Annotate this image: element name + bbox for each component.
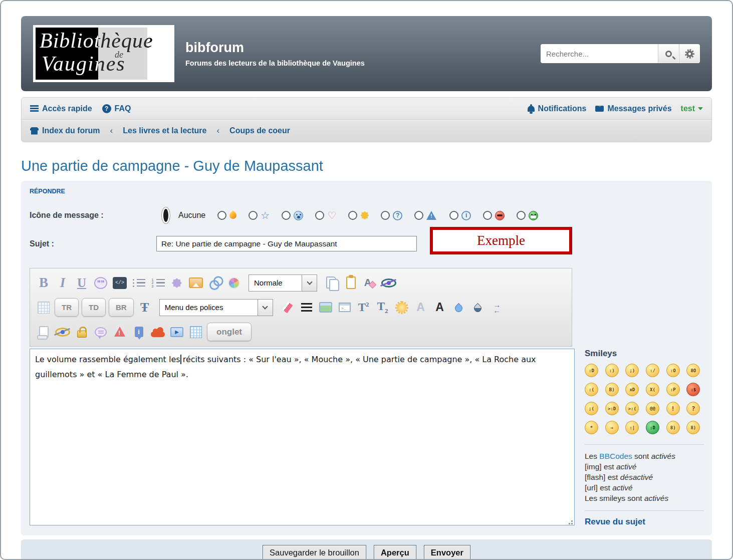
smiley-twisted-evil[interactable]: >:D <box>605 402 619 415</box>
smiley-embarrassed[interactable]: :$ <box>686 383 700 396</box>
faq-link[interactable]: ? FAQ <box>102 104 131 113</box>
br-button[interactable]: BR <box>109 298 134 317</box>
message-icon-option-none[interactable]: Aucune <box>156 207 205 224</box>
font-larger-button[interactable]: A <box>430 298 449 318</box>
private-messages-link[interactable]: Messages privés <box>595 104 671 113</box>
smiley-question[interactable]: ? <box>686 402 700 415</box>
td-button[interactable]: TD <box>82 298 106 317</box>
direction-button[interactable]: →← <box>487 298 507 318</box>
scroll-button[interactable] <box>34 322 53 342</box>
radio[interactable] <box>449 211 458 220</box>
superscript-button[interactable]: T2 <box>354 298 373 318</box>
radio[interactable] <box>483 211 492 220</box>
topic-review-link[interactable]: Revue du sujet <box>585 517 645 526</box>
warning-button[interactable] <box>110 322 129 342</box>
justify-button[interactable] <box>297 298 316 318</box>
strike-button[interactable]: Ŧ <box>135 298 154 318</box>
subscript-button[interactable]: T2 <box>373 298 392 318</box>
glow-button[interactable] <box>392 298 411 318</box>
font-size-select[interactable]: Normale <box>249 274 317 292</box>
smiley-lol[interactable]: xD <box>625 383 639 396</box>
color-button[interactable] <box>224 273 243 293</box>
radio-selected[interactable] <box>161 207 170 224</box>
radio[interactable] <box>249 211 258 220</box>
code-window-button[interactable] <box>335 298 354 318</box>
user-menu[interactable]: test <box>681 104 703 113</box>
paste-button[interactable] <box>341 273 360 293</box>
tr-button[interactable]: TR <box>55 298 79 317</box>
subject-input[interactable] <box>156 236 417 251</box>
code-button[interactable]: </> <box>110 273 129 293</box>
site-logo[interactable]: Bibliothèque de Vaugines <box>33 25 174 82</box>
smiley-sad[interactable]: :( <box>585 383 598 396</box>
lock-button[interactable] <box>72 322 91 342</box>
resize-handle[interactable] <box>571 523 573 524</box>
image-button[interactable] <box>186 273 205 293</box>
smiley-evil[interactable]: >:( <box>625 402 639 415</box>
info-banner-button[interactable]: i <box>129 322 148 342</box>
breadcrumb-forum[interactable]: Les livres et la lecture <box>123 126 206 135</box>
smiley-confused[interactable]: :/ <box>646 364 659 377</box>
smiley-eek[interactable]: 8O <box>686 364 700 377</box>
message-icon-option-alert[interactable] <box>414 211 437 220</box>
message-icon-option-question[interactable]: ? <box>381 211 402 220</box>
highlight-button[interactable] <box>278 298 297 318</box>
smiley-rolleyes[interactable]: @@ <box>646 402 659 415</box>
radio[interactable] <box>348 211 357 220</box>
video-button[interactable]: ▶ <box>167 322 186 342</box>
save-draft-button[interactable]: Sauvegarder le brouillon <box>263 545 366 560</box>
submit-button[interactable]: Envoyer <box>424 545 470 560</box>
list-ordered-button[interactable] <box>148 273 167 293</box>
font-smaller-button[interactable]: A <box>411 298 430 318</box>
drop-contrast-button[interactable] <box>468 298 487 318</box>
smiley-mad[interactable]: X( <box>646 383 659 396</box>
smiley-smile[interactable]: :) <box>605 364 619 377</box>
onglet-button[interactable]: onglet <box>207 323 252 341</box>
message-icon-option-heart[interactable]: ♡ <box>315 210 336 220</box>
bbcodes-link[interactable]: BBCodes <box>599 452 632 460</box>
radio[interactable] <box>517 211 526 220</box>
message-icon-option-sad[interactable] <box>282 211 303 220</box>
message-icon-option-flame[interactable] <box>217 211 236 220</box>
notifications-link[interactable]: Notifications <box>528 104 587 113</box>
radio[interactable] <box>217 211 226 220</box>
radio[interactable] <box>414 211 423 220</box>
smiley-neutral[interactable]: :| <box>625 421 639 434</box>
underline-button[interactable]: U <box>72 273 91 293</box>
iframe-button[interactable] <box>316 298 335 318</box>
asterisk-button[interactable] <box>167 273 186 293</box>
italic-button[interactable]: I <box>53 273 72 293</box>
search-button[interactable] <box>658 44 679 63</box>
copy-button[interactable] <box>322 273 341 293</box>
smiley-cry[interactable]: ;( <box>585 402 598 415</box>
smiley-very-happy[interactable]: :D <box>585 364 598 377</box>
table2-button[interactable] <box>186 322 205 342</box>
smiley-wink[interactable]: ;) <box>625 364 639 377</box>
select-arrow[interactable] <box>258 300 273 316</box>
spoiler-button[interactable] <box>53 322 72 342</box>
link-button[interactable] <box>205 273 224 293</box>
smiley-idea[interactable]: * <box>585 421 598 434</box>
preview-button[interactable]: Aperçu <box>374 545 416 560</box>
quick-links[interactable]: Accès rapide <box>30 104 92 113</box>
search-input[interactable] <box>541 44 658 63</box>
quote-button[interactable]: ”” <box>91 273 110 293</box>
soundcloud-button[interactable] <box>148 322 167 342</box>
search-options-button[interactable] <box>679 44 700 63</box>
radio[interactable] <box>381 211 390 220</box>
smiley-shocked[interactable]: :O <box>666 364 680 377</box>
comment-button[interactable] <box>91 322 110 342</box>
list-bullet-button[interactable] <box>129 273 148 293</box>
bold-button[interactable]: B <box>34 273 53 293</box>
smiley-arrow[interactable]: → <box>605 421 619 434</box>
smiley-cool[interactable]: B) <box>605 383 619 396</box>
message-icon-option-grin[interactable] <box>517 211 538 220</box>
hide-button[interactable] <box>379 273 398 293</box>
table-button[interactable] <box>34 298 53 318</box>
radio[interactable] <box>282 211 291 220</box>
message-icon-option-mad[interactable] <box>483 211 505 220</box>
remove-format-button[interactable]: A <box>360 273 379 293</box>
message-icon-option-star[interactable]: ☆ <box>249 210 270 220</box>
smiley-geek[interactable]: 8) <box>666 421 680 434</box>
font-menu-select[interactable]: Menu des polices <box>159 299 273 316</box>
